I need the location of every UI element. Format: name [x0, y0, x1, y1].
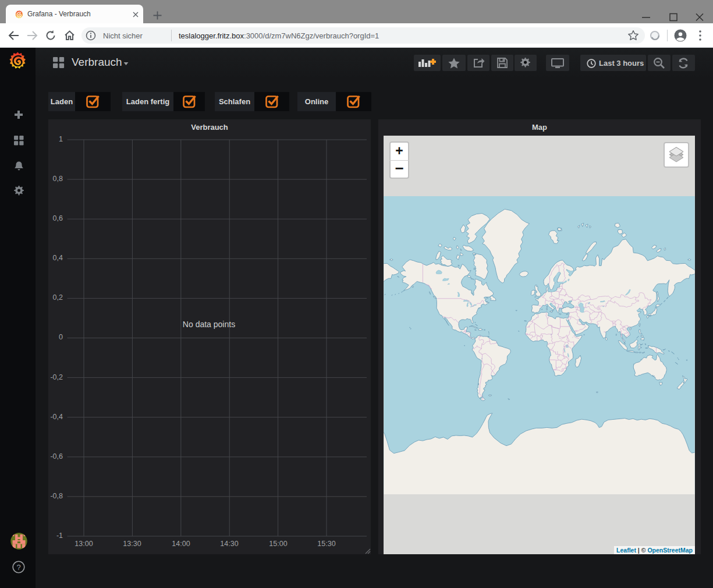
svg-text:?: ?: [16, 563, 20, 572]
